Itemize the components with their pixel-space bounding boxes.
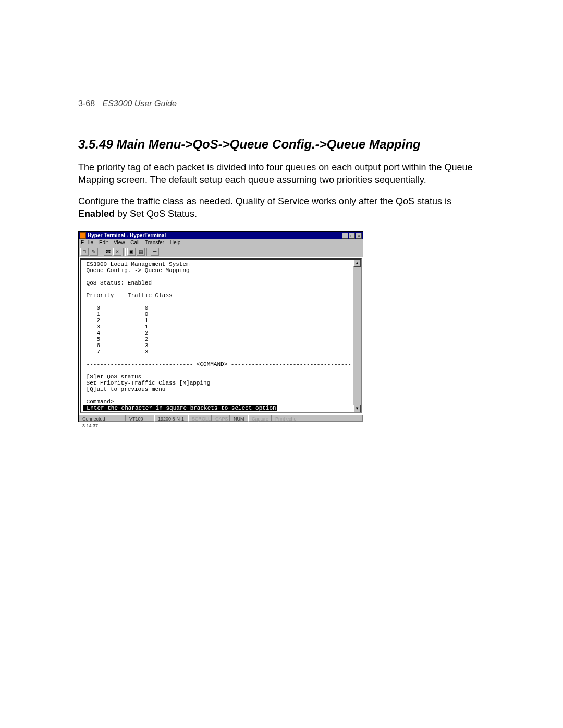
menu-view[interactable]: View — [114, 240, 125, 245]
term-line: ------------------------------- <COMMAND… — [83, 361, 351, 367]
page-header: 3-68 ES3000 User Guide — [78, 99, 500, 108]
terminal-viewport: ES3000 Local Management System Queue Con… — [80, 258, 362, 413]
open-icon[interactable]: ✎ — [90, 248, 98, 256]
status-emulation: VT100 — [126, 415, 154, 422]
toolbar: □ ✎ ☎ ✕ ▣ ▤ ☰ — [79, 246, 363, 257]
status-echo: Print echo — [272, 415, 363, 422]
term-line: ES3000 Local Management System — [83, 261, 190, 267]
term-line: [Q]uit to previous menu — [83, 386, 165, 392]
status-scroll: SCROLL — [188, 415, 212, 422]
scroll-down-icon[interactable]: ▼ — [353, 405, 361, 412]
term-line: -------- ------------- — [83, 299, 173, 305]
decorative-curve — [314, 73, 500, 115]
properties-icon[interactable]: ☰ — [151, 248, 159, 256]
menubar: File Edit View Call Transfer Help — [79, 239, 363, 246]
term-row: 7 3 — [83, 349, 148, 355]
app-icon — [80, 232, 86, 239]
titlebar: Hyper Terminal - HyperTerminal _ □ × — [79, 232, 363, 239]
term-row: 0 0 — [83, 305, 148, 311]
term-line: Set Priority-Traffic Class [M]apping — [83, 380, 210, 386]
connect-icon[interactable]: ☎ — [104, 248, 112, 256]
minimize-button[interactable]: _ — [342, 233, 348, 239]
toolbar-separator — [146, 248, 149, 256]
paragraph-2-bold: Enabled — [78, 208, 115, 219]
menu-help[interactable]: Help — [170, 240, 181, 245]
toolbar-separator — [123, 248, 126, 256]
menu-transfer[interactable]: Transfer — [145, 240, 164, 245]
send-icon[interactable]: ▣ — [127, 248, 136, 256]
term-prompt[interactable]: Command> — [83, 399, 114, 405]
window-title: Hyper Terminal - HyperTerminal — [88, 232, 342, 239]
disconnect-icon[interactable]: ✕ — [113, 248, 121, 256]
terminal-container: ES3000 Local Management System Queue Con… — [79, 257, 363, 414]
menu-file[interactable]: File — [81, 240, 93, 245]
term-row: 1 0 — [83, 311, 148, 317]
toolbar-separator — [100, 248, 102, 256]
status-capture: Capture — [248, 415, 272, 422]
term-line: QoS Status: Enabled — [83, 280, 152, 286]
guide-title: ES3000 User Guide — [102, 99, 176, 108]
status-line: 19200 8-N-1 — [154, 415, 188, 422]
status-caps: CAPS — [212, 415, 230, 422]
statusbar: Connected 3:14:37 VT100 19200 8-N-1 SCRO… — [79, 414, 363, 422]
term-line: Priority Traffic Class — [83, 292, 173, 299]
term-row: 4 2 — [83, 330, 148, 336]
scroll-up-icon[interactable]: ▲ — [353, 260, 361, 267]
status-num: NUM — [230, 415, 248, 422]
document-page: 3-68 ES3000 User Guide 3.5.49 Main Menu-… — [0, 0, 563, 728]
section-heading: 3.5.49 Main Menu->QoS->Queue Config.->Qu… — [78, 137, 500, 152]
page-number: 3-68 — [78, 99, 95, 108]
window-controls: _ □ × — [342, 233, 362, 239]
term-row: 6 3 — [83, 342, 148, 349]
menu-edit[interactable]: Edit — [99, 240, 108, 245]
paragraph-2: Configure the traffic class as needed. Q… — [78, 195, 480, 220]
term-line: [S]et QoS status — [83, 374, 141, 380]
close-button[interactable]: × — [356, 233, 362, 239]
receive-icon[interactable]: ▤ — [137, 248, 145, 256]
maximize-button[interactable]: □ — [349, 233, 355, 239]
new-icon[interactable]: □ — [80, 248, 89, 256]
terminal-scrollbar[interactable]: ▲ ▼ — [353, 260, 361, 412]
term-row: 5 2 — [83, 336, 148, 342]
paragraph-2-post: by Set QoS Status. — [117, 208, 197, 219]
status-connected: Connected 3:14:37 — [79, 415, 126, 422]
term-hint: Enter the character in square brackets t… — [83, 405, 277, 411]
paragraph-1: The priority tag of each packet is divid… — [78, 161, 480, 187]
menu-call[interactable]: Call — [130, 240, 139, 245]
term-row: 3 1 — [83, 324, 148, 330]
term-line: Queue Config. -> Queue Mapping — [83, 267, 190, 274]
hyperterminal-window: Hyper Terminal - HyperTerminal _ □ × Fil… — [78, 231, 363, 422]
term-row: 2 1 — [83, 317, 148, 324]
paragraph-2-pre: Configure the traffic class as needed. Q… — [78, 196, 451, 206]
terminal-output: ES3000 Local Management System Queue Con… — [81, 260, 353, 412]
